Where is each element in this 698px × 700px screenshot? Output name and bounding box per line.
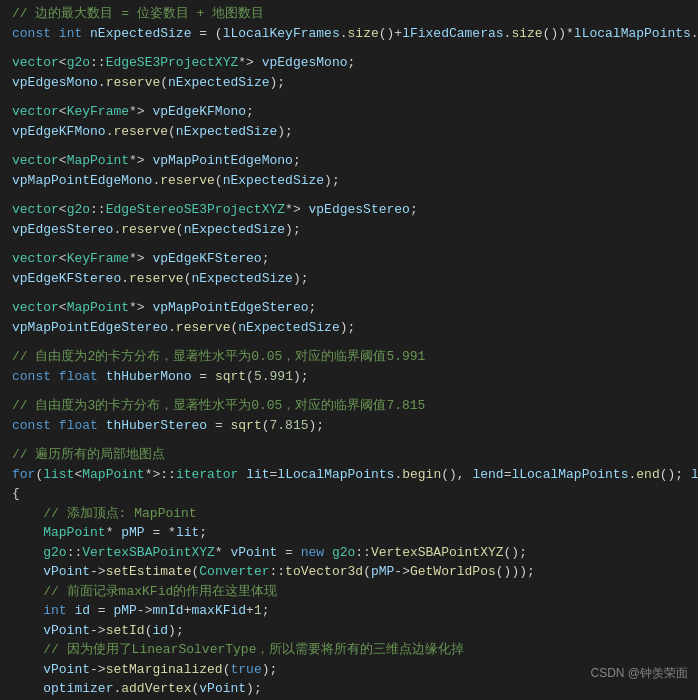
code-line-35: // 前面记录maxKFid的作用在这里体现 — [0, 582, 698, 602]
code-line-20: vpMapPointEdgeStereo . reserve ( nExpect… — [0, 318, 698, 338]
code-line-19: vector < MapPoint *> vpMapPointEdgeStere… — [0, 298, 698, 318]
code-line-33: g2o :: VertexSBAPointXYZ * vPoint = new … — [0, 543, 698, 563]
code-line-29: for ( list < MapPoint *>:: iterator lit … — [0, 465, 698, 485]
code-line-25: // 自由度为3的卡方分布，显著性水平为0.05，对应的临界阈值7.815 — [0, 396, 698, 416]
code-line-26: const float thHuberStereo = sqrt ( 7.815… — [0, 416, 698, 436]
var-nExpectedSize: nExpectedSize — [90, 24, 191, 44]
comment-1: // 边的最大数目 = 位姿数目 + 地图数目 — [12, 4, 264, 24]
code-line-27 — [0, 435, 698, 445]
code-line-8: vpEdgeKFMono . reserve ( nExpectedSize )… — [0, 122, 698, 142]
code-line-38: // 因为使用了LinearSolverType，所以需要将所有的三维点边缘化掉 — [0, 640, 698, 660]
code-line-5: vpEdgesMono . reserve ( nExpectedSize ); — [0, 73, 698, 93]
code-line-2: const int nExpectedSize = ( lLocalKeyFra… — [0, 24, 698, 44]
watermark: CSDN @钟羡荣面 — [590, 664, 688, 682]
code-line-31: // 添加顶点: MapPoint — [0, 504, 698, 524]
code-line-22: // 自由度为2的卡方分布，显著性水平为0.05，对应的临界阈值5.991 — [0, 347, 698, 367]
code-line-7: vector < KeyFrame *> vpEdgeKFMono ; — [0, 102, 698, 122]
code-line-3 — [0, 43, 698, 53]
code-line-13: vector < g2o :: EdgeStereoSE3ProjectXYZ … — [0, 200, 698, 220]
code-line-34: vPoint -> setEstimate ( Converter :: toV… — [0, 562, 698, 582]
code-line-11: vpMapPointEdgeMono . reserve ( nExpected… — [0, 171, 698, 191]
code-line-17: vpEdgeKFStereo . reserve ( nExpectedSize… — [0, 269, 698, 289]
kw-const-2: const — [12, 24, 51, 44]
code-line-30: { — [0, 484, 698, 504]
code-line-23: const float thHuberMono = sqrt ( 5.991 )… — [0, 367, 698, 387]
code-line-16: vector < KeyFrame *> vpEdgeKFStereo ; — [0, 249, 698, 269]
code-line-1: // 边的最大数目 = 位姿数目 + 地图数目 — [0, 4, 698, 24]
code-line-24 — [0, 386, 698, 396]
code-line-4: vector < g2o :: EdgeSE3ProjectXYZ *> vpE… — [0, 53, 698, 73]
code-line-37: vPoint -> setId ( id ); — [0, 621, 698, 641]
code-line-21 — [0, 337, 698, 347]
code-line-12 — [0, 190, 698, 200]
code-editor: // 边的最大数目 = 位姿数目 + 地图数目 const int nExpec… — [0, 0, 698, 700]
code-line-9 — [0, 141, 698, 151]
code-line-28: // 遍历所有的局部地图点 — [0, 445, 698, 465]
code-line-6 — [0, 92, 698, 102]
code-line-32: MapPoint * pMP = * lit ; — [0, 523, 698, 543]
code-line-36: int id = pMP -> mnId + maxKFid + 1 ; — [0, 601, 698, 621]
code-line-18 — [0, 288, 698, 298]
kw-int-2: int — [59, 24, 82, 44]
code-line-14: vpEdgesStereo . reserve ( nExpectedSize … — [0, 220, 698, 240]
code-line-10: vector < MapPoint *> vpMapPointEdgeMono … — [0, 151, 698, 171]
code-line-15 — [0, 239, 698, 249]
